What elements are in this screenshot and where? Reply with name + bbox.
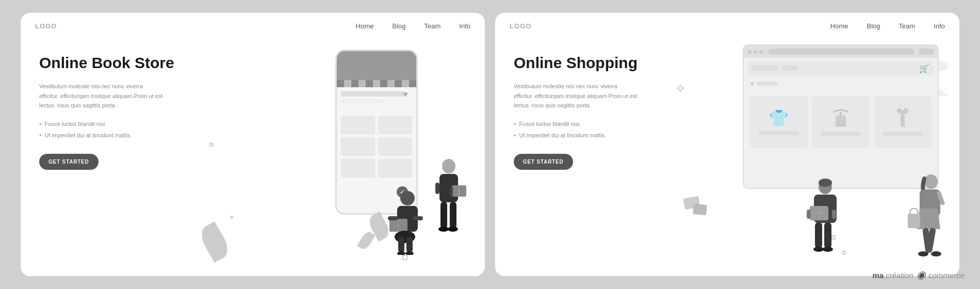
svg-point-0 bbox=[400, 191, 415, 205]
bullet-1-bookstore: Fusce luctus blandit nisi. bbox=[39, 121, 199, 128]
svg-rect-7 bbox=[398, 237, 404, 252]
svg-point-20 bbox=[448, 227, 458, 232]
browser-heart-row: ♥ bbox=[744, 77, 938, 90]
text-shopping: Online Shopping Vestibulum molestie nisi… bbox=[514, 39, 674, 270]
browser-inner-bar-item bbox=[752, 66, 778, 71]
nav-blog-1[interactable]: Blog bbox=[392, 22, 405, 30]
bullets-shopping: Fusce luctus blandit nisi. Ut imperdiet … bbox=[514, 121, 674, 139]
browser-url-bar bbox=[768, 49, 914, 55]
svg-point-48 bbox=[813, 247, 824, 252]
product-cloth bbox=[874, 96, 932, 148]
svg-rect-53 bbox=[908, 214, 920, 228]
store-items bbox=[337, 106, 416, 182]
deco-square-2 bbox=[831, 235, 836, 239]
store-item-6 bbox=[378, 159, 412, 178]
svg-rect-5 bbox=[413, 216, 423, 220]
shirt-icon: 👕 bbox=[769, 108, 789, 128]
browser-inner-bar: 🛒 bbox=[748, 61, 934, 75]
watermark-commerce: commerce bbox=[928, 271, 965, 280]
card-shopping: LOGO Home Blog Team Info Online Shopping… bbox=[495, 13, 959, 276]
card-bookstore: LOGO Home Blog Team Info Online Book Sto… bbox=[21, 13, 485, 276]
rack-icon bbox=[831, 108, 850, 129]
deco-circle-2 bbox=[842, 251, 846, 255]
package-small-2 bbox=[693, 204, 707, 215]
svg-point-57 bbox=[931, 251, 941, 256]
svg-rect-44 bbox=[807, 210, 811, 219]
watermark-accent: ◉ bbox=[917, 269, 925, 280]
nav-shopping: LOGO Home Blog Team Info bbox=[495, 13, 959, 39]
browser-products: 👕 bbox=[744, 90, 938, 154]
bullets-bookstore: Fusce luctus blandit nisi. Ut imperdiet … bbox=[39, 121, 199, 139]
illustration-shopping: 🛒 ♥ 👕 bbox=[674, 39, 959, 270]
person-standing bbox=[428, 157, 469, 250]
nav-links-shopping: Home Blog Team Info bbox=[830, 22, 945, 30]
store-item-5 bbox=[341, 159, 375, 178]
svg-rect-46 bbox=[815, 222, 822, 248]
nav-blog-2[interactable]: Blog bbox=[867, 22, 880, 30]
svg-rect-4 bbox=[388, 216, 398, 220]
svg-point-9 bbox=[397, 251, 405, 255]
svg-rect-45 bbox=[832, 210, 836, 219]
cart-icon-browser: 🛒 bbox=[919, 63, 929, 73]
svg-rect-18 bbox=[450, 202, 456, 229]
deco-diamond bbox=[677, 85, 684, 92]
nav-info-2[interactable]: Info bbox=[934, 22, 945, 30]
svg-point-50 bbox=[924, 174, 938, 189]
product-rack bbox=[812, 96, 870, 148]
bullet-1-shopping: Fusce luctus blandit nisi. bbox=[514, 121, 674, 128]
deco-dot-2 bbox=[230, 216, 233, 219]
bullet-2-bookstore: Ut imperdiet dui at tincidunt mattis. bbox=[39, 132, 199, 139]
svg-rect-17 bbox=[440, 202, 447, 229]
nav-info-1[interactable]: Info bbox=[459, 22, 470, 30]
leaf-3 bbox=[199, 221, 233, 263]
cta-bookstore[interactable]: GET STARTED bbox=[39, 154, 99, 170]
desc-shopping: Vestibulum molestie nisi nec nunc viverr… bbox=[514, 82, 638, 110]
bullet-2-shopping: Ut imperdiet dui at tincidunt mattis. bbox=[514, 132, 674, 139]
store-item-3 bbox=[341, 137, 375, 156]
nav-bookstore: LOGO Home Blog Team Info bbox=[21, 13, 485, 39]
svg-point-39 bbox=[819, 179, 832, 187]
browser-label-1 bbox=[757, 82, 778, 86]
person-shop-right bbox=[903, 172, 949, 260]
browser-bar bbox=[744, 45, 938, 58]
svg-rect-16 bbox=[435, 183, 439, 194]
desc-bookstore: Vestibulum molestie nisi nec nunc viverr… bbox=[39, 82, 163, 110]
cta-shopping[interactable]: GET STARTED bbox=[514, 154, 573, 170]
logo-bookstore: LOGO bbox=[35, 22, 57, 30]
content-shopping: Online Shopping Vestibulum molestie nisi… bbox=[495, 39, 959, 270]
heart-icon-store: ♥ bbox=[403, 90, 409, 99]
store-item-2 bbox=[378, 116, 412, 134]
cloth-icon bbox=[893, 108, 912, 129]
store-item-1 bbox=[341, 116, 375, 134]
product-shirt: 👕 bbox=[750, 96, 808, 148]
nav-team-2[interactable]: Team bbox=[899, 22, 916, 30]
svg-point-11 bbox=[442, 159, 455, 173]
browser-dot-1 bbox=[748, 50, 752, 54]
store-awning bbox=[337, 51, 416, 82]
logo-shopping: LOGO bbox=[510, 22, 531, 30]
watermark-creation: création bbox=[886, 271, 913, 280]
browser-inner-bar-item2 bbox=[782, 66, 797, 71]
person-sitting bbox=[382, 188, 433, 255]
svg-point-19 bbox=[438, 227, 449, 232]
nav-home-2[interactable]: Home bbox=[830, 22, 848, 30]
watermark: ma création ◉ commerce bbox=[872, 268, 965, 281]
watermark-ma: ma bbox=[872, 271, 884, 280]
deco-square bbox=[402, 255, 407, 260]
svg-rect-47 bbox=[824, 222, 831, 248]
deco-dot-1 bbox=[209, 142, 214, 147]
browser-nav-btn bbox=[919, 49, 934, 55]
illustration-bookstore: ✈ ♥ ✓ bbox=[199, 39, 485, 270]
svg-point-49 bbox=[823, 247, 833, 252]
nav-home-1[interactable]: Home bbox=[356, 22, 374, 30]
heart-icon-browser: ♥ bbox=[750, 79, 754, 88]
browser-mockup: 🛒 ♥ 👕 bbox=[743, 44, 939, 189]
svg-point-10 bbox=[405, 251, 414, 255]
product-bar-3 bbox=[883, 132, 923, 136]
svg-rect-15 bbox=[450, 187, 453, 196]
leaf-2 bbox=[357, 230, 375, 251]
svg-point-56 bbox=[918, 251, 928, 256]
nav-team-1[interactable]: Team bbox=[424, 22, 441, 30]
text-bookstore: Online Book Store Vestibulum molestie ni… bbox=[39, 39, 199, 270]
title-bookstore: Online Book Store bbox=[39, 54, 199, 72]
